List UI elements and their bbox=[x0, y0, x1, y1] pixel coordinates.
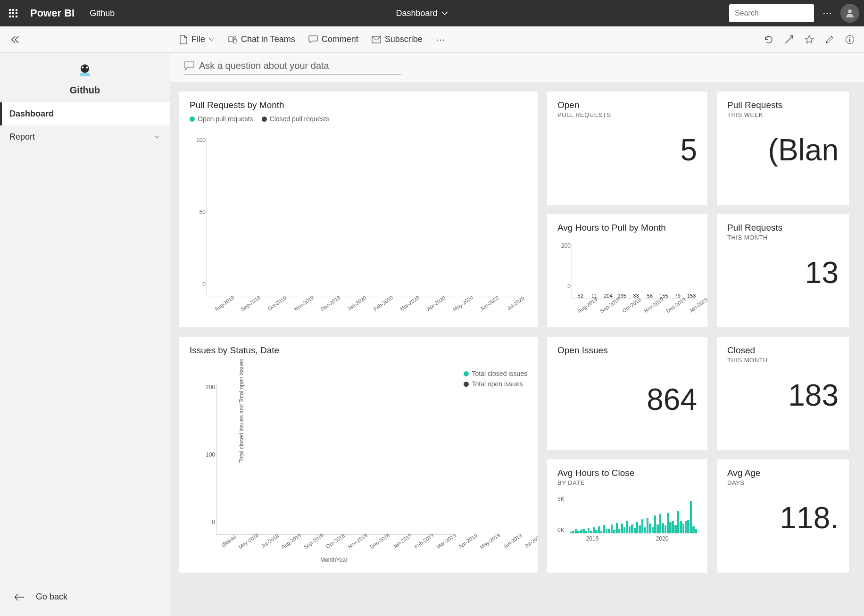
legend-closed-issues: Total closed issues bbox=[464, 370, 527, 377]
sidebar-item-label: Report bbox=[9, 132, 35, 142]
sparkline-chart bbox=[570, 496, 697, 533]
tile-pr-month[interactable]: Pull Requests THIS MONTH 13 bbox=[717, 214, 849, 327]
teams-icon bbox=[228, 35, 237, 44]
tile-title: Closed bbox=[727, 345, 839, 356]
tile-title: Pull Requests bbox=[727, 223, 839, 233]
svg-rect-2 bbox=[16, 9, 17, 11]
svg-rect-5 bbox=[16, 12, 17, 14]
brand-label: Power BI bbox=[30, 7, 75, 19]
tiles-grid: Pull Requests by Month Open pull request… bbox=[170, 82, 864, 582]
sidebar-item-label: Dashboard bbox=[9, 109, 54, 119]
sidebar-title: Github bbox=[70, 85, 100, 96]
subscribe-button[interactable]: Subscribe bbox=[372, 34, 423, 44]
svg-point-18 bbox=[81, 65, 89, 73]
person-icon bbox=[845, 8, 855, 18]
chevron-down-icon bbox=[441, 10, 448, 17]
comment-button[interactable]: Comment bbox=[308, 34, 358, 44]
subscribe-label: Subscribe bbox=[385, 34, 423, 44]
app-name-label: Github bbox=[90, 8, 115, 18]
collapse-sidebar-button[interactable] bbox=[0, 35, 28, 44]
file-icon bbox=[179, 35, 188, 44]
go-back-label: Go back bbox=[36, 592, 67, 602]
search-input[interactable] bbox=[735, 9, 829, 17]
svg-point-16 bbox=[849, 37, 850, 38]
chevron-down-icon bbox=[154, 134, 160, 141]
tile-title: Avg Hours to Pull by Month bbox=[557, 223, 697, 233]
info-icon[interactable] bbox=[845, 35, 855, 44]
svg-rect-17 bbox=[849, 39, 850, 42]
search-box[interactable] bbox=[729, 4, 814, 22]
tile-sub: THIS MONTH bbox=[727, 357, 839, 364]
comment-icon bbox=[308, 35, 318, 44]
tile-sub: THIS WEEK bbox=[727, 111, 839, 118]
more-icon[interactable]: ⋯ bbox=[822, 8, 832, 19]
svg-rect-7 bbox=[12, 16, 14, 17]
edit-icon[interactable] bbox=[825, 35, 834, 44]
tile-avg-pull[interactable]: Avg Hours to Pull by Month 2000 52112041… bbox=[547, 214, 707, 327]
legend-closed: Closed pull requests bbox=[262, 115, 330, 123]
arrow-left-icon bbox=[14, 593, 25, 601]
sidebar-item-dashboard[interactable]: Dashboard bbox=[0, 102, 170, 125]
tile-closed-month[interactable]: Closed THIS MONTH 183 bbox=[717, 337, 849, 450]
go-back-button[interactable]: Go back bbox=[0, 583, 170, 616]
tile-open-issues[interactable]: Open Issues 864 bbox=[547, 337, 707, 450]
favorite-icon[interactable] bbox=[805, 35, 814, 44]
svg-rect-3 bbox=[9, 12, 11, 14]
tile-title: Avg Hours to Close bbox=[557, 468, 697, 478]
app-launcher-icon[interactable] bbox=[5, 5, 22, 22]
kpi-value: (Blan bbox=[727, 133, 839, 167]
svg-rect-4 bbox=[12, 12, 14, 14]
tile-title: Pull Requests bbox=[727, 100, 839, 110]
tile-title: Issues by Status, Date bbox=[190, 345, 527, 356]
tile-open-pr[interactable]: Open PULL REQUESTS 5 bbox=[547, 92, 707, 205]
kpi-value: 118. bbox=[727, 500, 839, 535]
x-axis-label: MonthYear bbox=[216, 557, 452, 563]
svg-rect-8 bbox=[16, 16, 17, 17]
qna-bar: Ask a question about your data bbox=[170, 53, 864, 82]
kpi-value: 13 bbox=[727, 255, 839, 290]
chat-teams-button[interactable]: Chat in Teams bbox=[228, 34, 295, 44]
view-dropdown[interactable]: Dashboard bbox=[396, 8, 448, 18]
fullscreen-icon[interactable] bbox=[785, 35, 793, 44]
tile-sub: BY DATE bbox=[557, 479, 697, 486]
tile-title: Open Issues bbox=[557, 345, 697, 356]
svg-point-19 bbox=[82, 67, 83, 69]
kpi-value: 5 bbox=[557, 133, 697, 167]
tile-pr-week[interactable]: Pull Requests THIS WEEK (Blan bbox=[717, 92, 849, 205]
tile-sub: THIS MONTH bbox=[727, 234, 839, 241]
toolbar-more-icon[interactable]: ⋯ bbox=[436, 34, 445, 45]
tile-avg-close[interactable]: Avg Hours to Close BY DATE 5K 0K 2019202… bbox=[547, 459, 707, 573]
user-avatar[interactable] bbox=[840, 4, 859, 23]
svg-rect-0 bbox=[9, 9, 11, 11]
qna-input[interactable]: Ask a question about your data bbox=[184, 60, 401, 75]
tile-pr-by-month[interactable]: Pull Requests by Month Open pull request… bbox=[179, 92, 538, 327]
toolbar: File Chat in Teams Comment Subscribe ⋯ bbox=[0, 26, 864, 53]
tile-avg-age[interactable]: Avg Age DAYS 118. bbox=[717, 459, 849, 573]
tile-title: Pull Requests by Month bbox=[190, 100, 527, 110]
svg-point-20 bbox=[86, 67, 88, 69]
tile-sub: PULL REQUESTS bbox=[557, 111, 697, 118]
sidebar-item-report[interactable]: Report bbox=[0, 125, 170, 149]
github-logo-icon bbox=[76, 62, 93, 79]
chat-label: Chat in Teams bbox=[241, 34, 295, 44]
legend-open-issues: Total open issues bbox=[464, 380, 527, 388]
legend-open: Open pull requests bbox=[190, 115, 253, 123]
comment-label: Comment bbox=[322, 34, 358, 44]
tile-issues-status[interactable]: Issues by Status, Date Total closed issu… bbox=[179, 337, 538, 573]
svg-rect-14 bbox=[372, 36, 381, 43]
kpi-value: 864 bbox=[557, 382, 697, 417]
mail-icon bbox=[372, 36, 381, 43]
kpi-value: 183 bbox=[727, 378, 839, 413]
tile-sub: DAYS bbox=[727, 479, 839, 486]
svg-rect-12 bbox=[228, 37, 233, 42]
qna-placeholder: Ask a question about your data bbox=[199, 60, 329, 71]
sidebar: Github Dashboard Report Go back bbox=[0, 53, 170, 616]
top-bar: Power BI Github Dashboard ⋯ bbox=[0, 0, 864, 26]
svg-point-13 bbox=[234, 36, 236, 38]
content-area: Github Dashboard Report Go back Ask a qu… bbox=[0, 53, 864, 616]
svg-point-11 bbox=[848, 9, 852, 13]
refresh-icon[interactable] bbox=[764, 35, 773, 44]
comment-icon bbox=[184, 61, 194, 71]
file-menu[interactable]: File bbox=[179, 34, 215, 44]
svg-rect-6 bbox=[9, 16, 11, 17]
